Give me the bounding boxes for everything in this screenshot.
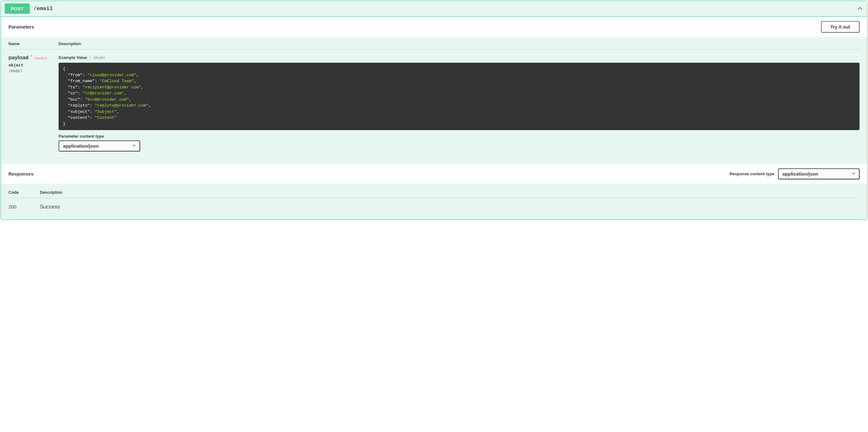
response-content-type-select[interactable]: application/json	[778, 168, 860, 179]
http-method-badge: POST	[5, 3, 30, 14]
responses-table-head: Code Description	[8, 184, 860, 198]
parameter-description-cell: Example ValueModel { "from": "cloud@prov…	[59, 55, 860, 151]
tab-model[interactable]: Model	[91, 55, 105, 60]
tab-example-value[interactable]: Example Value	[59, 55, 91, 60]
parameter-row: payload * required object (body) Example…	[8, 50, 860, 151]
response-code: 200	[8, 204, 40, 209]
endpoint-path: /email	[34, 6, 53, 11]
resp-description-column-header: Description	[40, 190, 62, 195]
response-row: 200 Success	[8, 198, 860, 210]
parameter-content-type-select-wrap: application/json	[59, 140, 140, 151]
parameter-type: object	[8, 63, 55, 67]
responses-header: Responses Response content type applicat…	[1, 164, 867, 184]
name-column-header: Name	[8, 41, 59, 46]
responses-title: Responses	[8, 171, 34, 176]
parameters-section: Name Description payload * required obje…	[1, 37, 867, 164]
operation-block: POST /email Parameters Try it out Name D…	[1, 1, 867, 220]
parameter-in: (body)	[8, 69, 55, 73]
response-content-type-select-wrap: application/json	[778, 168, 860, 179]
parameters-header: Parameters Try it out	[1, 17, 867, 37]
code-column-header: Code	[8, 190, 40, 195]
model-tabs: Example ValueModel	[59, 55, 860, 60]
parameters-title: Parameters	[8, 24, 34, 29]
parameters-table-head: Name Description	[8, 37, 860, 50]
response-description: Success	[40, 204, 60, 210]
try-it-out-button[interactable]: Try it out	[821, 21, 860, 33]
response-content-type-label: Response content type	[730, 171, 774, 176]
description-column-header: Description	[59, 41, 81, 46]
required-label: required	[34, 56, 47, 60]
operation-summary[interactable]: POST /email	[1, 1, 867, 17]
parameter-name-cell: payload * required object (body)	[8, 55, 59, 151]
required-star-icon: *	[31, 54, 32, 59]
parameter-name: payload	[8, 55, 29, 60]
parameter-content-type-label: Parameter content type	[59, 134, 860, 139]
responses-section: Code Description 200 Success	[1, 184, 867, 220]
chevron-up-icon[interactable]	[857, 5, 863, 12]
example-code-block[interactable]: { "from": "cloud@provider.com", "from_na…	[59, 63, 860, 130]
parameter-content-type-select[interactable]: application/json	[59, 140, 140, 151]
